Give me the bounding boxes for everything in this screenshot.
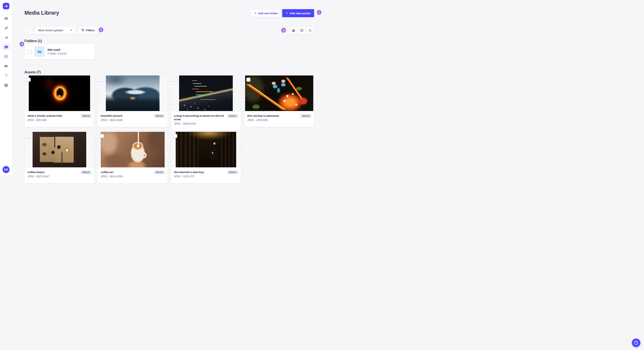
asset-name: a-bug-is-becoming-a-meme-on-the-internet (174, 114, 225, 121)
sidebar: KD (0, 0, 12, 175)
plus-icon: + (286, 11, 288, 15)
add-new-folder-label: Add new folder (258, 12, 278, 15)
folder-card-not-used[interactable]: Not used 0 folder, 4 assets (24, 44, 95, 59)
asset-thumbnail (24, 75, 94, 111)
asset-meta: JPEG - 1200×630 (247, 119, 279, 122)
asset-grid-row-2: coffee-beans JPEG - 5021×3347 IMAGE coff… (24, 132, 314, 175)
asset-type-badge: IMAGE (227, 170, 238, 174)
sidebar-item-settings[interactable] (2, 82, 10, 88)
asset-thumbnail (98, 132, 168, 168)
annotation-badge-1: 1 (317, 10, 321, 15)
filters-button[interactable]: Filters (78, 26, 98, 34)
feather-icon (4, 26, 8, 30)
sidebar-item-home[interactable] (2, 15, 10, 22)
asset-meta: JPEG - 3824×2548 (101, 119, 122, 122)
asset-type-badge: IMAGE (80, 170, 92, 174)
filter-icon (81, 29, 84, 32)
folder-meta: 0 folder, 4 assets (48, 52, 67, 55)
sidebar-item-content-manager[interactable] (2, 53, 10, 60)
sidebar-item-marketplace[interactable] (2, 72, 10, 79)
folder-icon-tile (34, 46, 45, 57)
sort-dropdown-value: Most recent uploads (38, 29, 63, 32)
layout-icon (4, 54, 8, 59)
asset-name: beautiful-picture (101, 114, 122, 118)
grid-settings-button[interactable] (290, 26, 297, 34)
asset-card-coffee-beans[interactable]: coffee-beans JPEG - 5021×3347 IMAGE (24, 132, 94, 175)
black-hole-image (29, 75, 90, 111)
annotation-badge-4: 4 (20, 42, 24, 46)
asset-texts: the-internet-s-own-boy JPEG - 1200×707 (174, 170, 204, 175)
asset-thumbnail (24, 132, 94, 168)
sidebar-item-cloud[interactable] (2, 62, 10, 69)
asset-card-black-hole[interactable]: what-s-inside-a-black-hole JPEG - 800×46… (24, 75, 94, 127)
plus-icon: + (254, 11, 256, 15)
mountains-image (106, 75, 160, 111)
coffee-beans-image (32, 132, 86, 167)
cloud-icon (4, 64, 8, 68)
asset-thumbnail (171, 132, 241, 168)
asset-card-shrimp[interactable]: this-shrimp-is-awesome JPEG - 1200×630 I… (244, 75, 314, 127)
search-button[interactable] (306, 26, 314, 34)
media-library-icon (4, 45, 8, 49)
page-title: Media Library (24, 10, 59, 16)
asset-texts: this-shrimp-is-awesome JPEG - 1200×630 (247, 114, 279, 122)
asset-checkbox[interactable] (100, 78, 104, 82)
asset-checkbox[interactable] (246, 78, 250, 82)
folder-name: Not used (48, 48, 67, 51)
asset-name: what-s-inside-a-black-hole (28, 114, 62, 118)
sort-dropdown[interactable]: Most recent uploads (35, 26, 76, 34)
home-icon (4, 16, 8, 20)
user-avatar[interactable]: KD (2, 166, 10, 173)
sidebar-item-content-builder[interactable] (2, 25, 10, 31)
asset-checkbox[interactable] (100, 134, 104, 138)
paper-plane-icon (4, 35, 8, 40)
asset-name: coffee-art (101, 170, 122, 174)
asset-texts: coffee-beans JPEG - 5021×3347 (28, 170, 49, 175)
asset-checkbox[interactable] (26, 78, 31, 82)
cart-icon (4, 73, 8, 78)
asset-thumbnail (171, 75, 241, 111)
asset-meta: JPEG - 3628×2419 (174, 122, 225, 125)
asset-card-bug-meme[interactable]: a-bug-is-becoming-a-meme-on-the-internet… (171, 75, 241, 131)
folder-texts: Not used 0 folder, 4 assets (48, 48, 67, 55)
asset-card-beautiful-picture[interactable]: beautiful-picture JPEG - 3824×2548 IMAGE (98, 75, 168, 127)
asset-texts: coffee-art JPEG - 5824×3259 (101, 170, 122, 175)
asset-type-badge: IMAGE (80, 114, 92, 118)
asset-texts: beautiful-picture JPEG - 3824×2548 (101, 114, 122, 122)
library-boy-image (176, 132, 236, 167)
filters-label: Filters (86, 29, 94, 32)
chevron-down-icon (70, 30, 72, 31)
gear-icon (4, 83, 8, 87)
asset-name: coffee-beans (28, 170, 49, 174)
add-new-folder-button[interactable]: + Add new folder (251, 9, 282, 17)
asset-type-badge: IMAGE (300, 114, 312, 118)
list-view-button[interactable] (298, 26, 306, 34)
asset-card-coffee-art[interactable]: coffee-art JPEG - 5824×3259 IMAGE (98, 132, 168, 175)
search-icon (308, 29, 312, 32)
asset-thumbnail (98, 75, 168, 111)
asset-card-internet-own-boy[interactable]: the-internet-s-own-boy JPEG - 1200×707 I… (171, 132, 241, 175)
asset-checkbox[interactable] (26, 134, 31, 138)
add-new-assets-label: Add new assets (290, 12, 310, 15)
select-all-checkbox[interactable] (26, 28, 31, 32)
folder-icon (37, 49, 42, 54)
folder-checkbox[interactable] (28, 49, 32, 54)
select-all-control[interactable] (24, 26, 32, 34)
media-library-page: Media Library + Add new folder + Add new… (12, 0, 322, 175)
annotation-badge-2: 2 (99, 27, 103, 32)
folders-heading: Folders (1) (24, 39, 42, 43)
asset-grid-row-1: what-s-inside-a-black-hole JPEG - 800×46… (24, 75, 314, 131)
sidebar-item-releases[interactable] (2, 34, 10, 41)
strapi-logo[interactable] (3, 3, 9, 9)
asset-meta: JPEG - 800×466 (28, 119, 62, 122)
add-new-assets-button[interactable]: + Add new assets (282, 9, 314, 17)
asset-type-badge: IMAGE (227, 114, 238, 118)
sidebar-item-media-library[interactable] (2, 44, 10, 50)
asset-checkbox[interactable] (173, 134, 177, 138)
latte-art-image (101, 132, 164, 167)
asset-name: the-internet-s-own-boy (174, 170, 204, 174)
asset-checkbox[interactable] (173, 78, 177, 82)
asset-type-badge: IMAGE (154, 114, 165, 118)
strapi-logo-glyph (4, 4, 8, 8)
annotation-badge-3: 3 (281, 28, 286, 32)
